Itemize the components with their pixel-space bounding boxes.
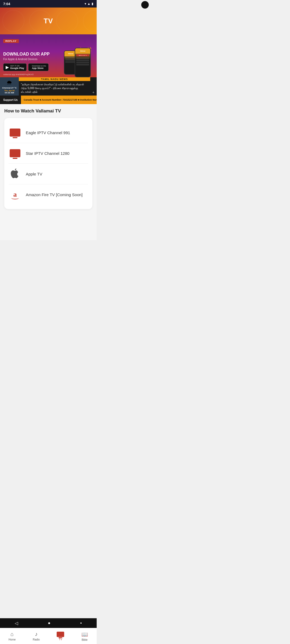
promo-title: DOWNLOAD OUR APP bbox=[3, 52, 53, 57]
star-label: Star IPTV Channel 1280 bbox=[26, 151, 70, 156]
weather-icon: 🌧 bbox=[6, 79, 12, 86]
watch-item-star[interactable]: Star IPTV Channel 1280 bbox=[9, 143, 88, 164]
status-time: 7:04 bbox=[3, 2, 10, 6]
battery-icon: ▮ bbox=[92, 2, 93, 6]
signal-icon: ▲ bbox=[87, 2, 90, 6]
section-title: How to Watch Vallamai TV bbox=[4, 108, 92, 114]
news-ticker-area: TAMIL NADU NEWS "தமிழக அரசுக்கான வெளிநாட… bbox=[19, 77, 90, 96]
header-banner: TV bbox=[0, 8, 97, 34]
eagle-tv-icon bbox=[9, 126, 21, 139]
watch-item-eagle[interactable]: Eagle IPTV Channel 991 bbox=[9, 122, 88, 143]
app-store-button[interactable]: Download on the App Store bbox=[28, 63, 49, 71]
support-ticker: Canada Trust ■ Account Number: 734152171… bbox=[21, 96, 97, 104]
support-button[interactable]: Support Us bbox=[0, 96, 21, 104]
weather-date: Thu, Apr 04 bbox=[4, 90, 15, 92]
store-buttons: ▶ GET IT ON Google Play Download on the … bbox=[3, 63, 53, 71]
amazon-label: Amazon Fire TV [Coming Soon] bbox=[26, 192, 82, 197]
weather-widget: 🌧 Chennai 27 °C Thu, Apr 04 04:33 AM bbox=[0, 77, 19, 96]
news-label: TAMIL NADU NEWS bbox=[19, 77, 90, 81]
status-bar: 7:04 ▾ ▲ ▮ bbox=[0, 0, 97, 8]
main-content: How to Watch Vallamai TV Eagle IPTV Chan… bbox=[0, 104, 97, 240]
apple-label: Apple TV bbox=[26, 172, 42, 176]
app-store-line1: Download on the bbox=[32, 65, 46, 67]
expand-icon[interactable]: + bbox=[90, 89, 97, 96]
weather-temp: Chennai 27 °C bbox=[2, 87, 17, 89]
promo-banner: REPLAY DOWNLOAD OUR APP For Apple & Andr… bbox=[0, 34, 97, 77]
weather-time: 04:33 AM bbox=[5, 92, 14, 94]
star-tv-icon bbox=[9, 147, 21, 160]
support-bar: Support Us Canada Trust ■ Account Number… bbox=[0, 96, 97, 104]
apple-tv-icon bbox=[9, 167, 21, 180]
replay-badge: REPLAY bbox=[3, 38, 93, 45]
news-ticker-text: "தமிழக அரசுக்கான வெளிநாட்டு வங்கிகளின் க… bbox=[19, 81, 90, 96]
watch-options-card: Eagle IPTV Channel 991 Star IPTV Channel… bbox=[4, 118, 92, 209]
eagle-label: Eagle IPTV Channel 991 bbox=[26, 130, 70, 135]
google-play-button[interactable]: ▶ GET IT ON Google Play bbox=[3, 63, 27, 71]
status-icons: ▾ ▲ ▮ bbox=[85, 2, 93, 6]
app-store-line2: App Store bbox=[32, 67, 46, 69]
phone-mockups: Vallamai Vallamai WATCH LIVE TV bbox=[56, 45, 93, 77]
google-play-line1: GET IT ON bbox=[10, 65, 24, 67]
page-title: TV bbox=[44, 17, 53, 25]
news-section: 🌧 Chennai 27 °C Thu, Apr 04 04:33 AM TAM… bbox=[0, 77, 97, 96]
google-play-icon: ▶ bbox=[6, 65, 9, 70]
google-play-line2: Google Play bbox=[10, 67, 24, 69]
watch-item-apple[interactable]: Apple TV bbox=[9, 164, 88, 184]
promo-text-area: DOWNLOAD OUR APP For Apple & Android Dev… bbox=[3, 52, 53, 77]
wifi-icon: ▾ bbox=[85, 2, 86, 6]
amazon-icon: a bbox=[9, 188, 21, 201]
promo-subtitle: For Apple & Android Devices bbox=[3, 58, 53, 61]
phone-front: Vallamai WATCH LIVE TV bbox=[75, 48, 91, 77]
promo-link: vallamai.app.link/MAEFxq3Km5 bbox=[3, 73, 53, 76]
watch-item-amazon[interactable]: a Amazon Fire TV [Coming Soon] bbox=[9, 184, 88, 205]
